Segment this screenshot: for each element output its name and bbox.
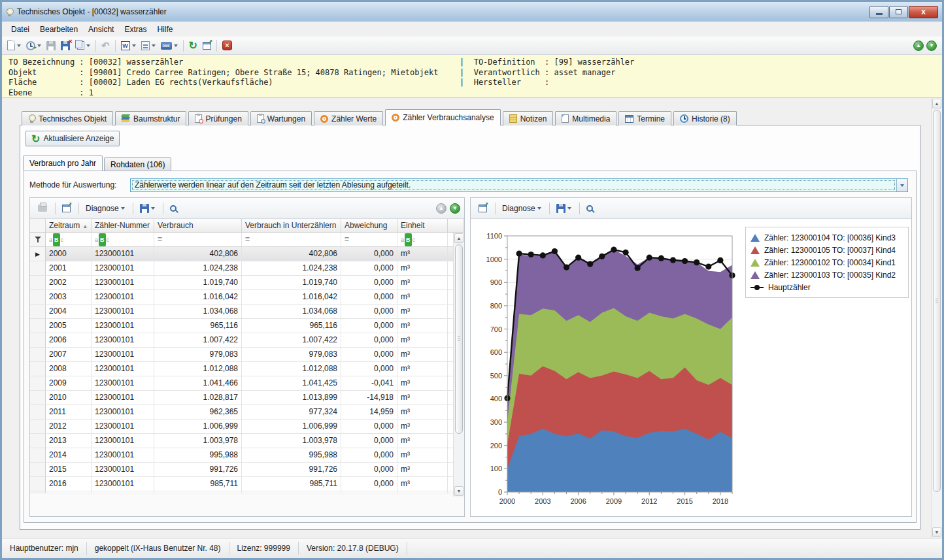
cell-einheit: m³ <box>397 391 448 404</box>
undo-button[interactable]: ↶ <box>99 39 112 53</box>
tab-technisches-objekt[interactable]: Technisches Objekt <box>22 111 113 125</box>
cell-zeitraum: 2006 <box>46 333 92 347</box>
filter-cell-verbrauch[interactable]: = <box>154 233 242 246</box>
tab-prüfungen[interactable]: Prüfungen <box>188 111 248 125</box>
table-row-2010[interactable]: 20101230001011.028,8171.013,899-14,918m³ <box>30 391 464 405</box>
tab-wartungen[interactable]: Wartungen <box>250 111 312 125</box>
subtab-verbrauch-pro-jahr[interactable]: Verbrauch pro Jahr <box>23 156 103 171</box>
row-indicator <box>30 463 46 476</box>
new-document-button[interactable] <box>5 39 23 53</box>
filter-cell-verbrauch-in-unterzählern[interactable]: = <box>242 233 341 246</box>
menu-extras[interactable]: Extras <box>119 23 152 36</box>
refresh-view-button[interactable]: ↻ Aktualisiere Anzeige <box>25 131 120 146</box>
save-discard-button[interactable]: × <box>59 39 72 53</box>
table-row-2015[interactable]: 2015123000101991,726991,7260,000m³ <box>30 463 464 477</box>
scroll-down-icon[interactable]: ▼ <box>932 527 941 537</box>
scroll-up-icon[interactable]: ▲ <box>932 99 941 108</box>
menu-bearbeiten[interactable]: Bearbeiten <box>35 23 83 36</box>
table-row-2016[interactable]: 2016123000101985,711985,7110,000m³ <box>30 477 464 491</box>
column-header-zeitraum[interactable]: Zeitraum▲ <box>46 219 92 232</box>
content-scrollbar[interactable]: ▲ ▼ <box>931 98 942 538</box>
filter-cell-zeitraum[interactable]: aBc <box>46 233 92 246</box>
tab-notizen[interactable]: Notizen <box>503 111 554 125</box>
menu-hilfe[interactable]: Hilfe <box>152 23 178 36</box>
diagnose-button[interactable]: Diagnose <box>82 201 129 216</box>
save-button[interactable] <box>44 39 58 53</box>
down-circle-icon[interactable]: ▼ <box>450 203 460 214</box>
save-layout-button[interactable] <box>552 201 575 216</box>
table-row-2009[interactable]: 20091230001011.041,4661.041,425-0,041m³ <box>30 376 464 391</box>
table-scrollbar-thumb[interactable] <box>455 244 463 434</box>
menu-datei[interactable]: Datei <box>6 23 35 36</box>
table-row-2013[interactable]: 20131230001011.003,9781.003,9780,000m³ <box>30 434 464 448</box>
column-header-verbrauch-in-unterzählern[interactable]: Verbrauch in Unterzählern <box>242 219 341 232</box>
column-header-verbrauch[interactable]: Verbrauch <box>154 219 242 232</box>
detach-window-button[interactable] <box>58 201 75 216</box>
print-button[interactable] <box>34 201 51 216</box>
cell-zähler-nummer: 123000101 <box>92 333 154 347</box>
cell-zeitraum: 2002 <box>46 276 92 289</box>
tab-multimedia[interactable]: Multimedia <box>555 111 616 125</box>
cell-einheit: m³ <box>397 405 448 419</box>
delete-button[interactable]: × <box>220 39 234 53</box>
table-row-2012[interactable]: 20121230001011.006,9991.006,9990,000m³ <box>30 420 464 434</box>
table-scrollbar[interactable]: ▲▼ <box>453 233 464 497</box>
column-header-einheit[interactable]: Einheit <box>397 219 448 232</box>
filter-cell-zähler-nummer[interactable]: aBc <box>92 233 154 246</box>
minimize-icon <box>876 13 883 15</box>
cell-einheit: m³ <box>397 434 448 448</box>
table-row-2002[interactable]: 20021230001011.019,7401.019,7400,000m³ <box>30 276 464 290</box>
scroll-down-icon[interactable]: ▼ <box>454 486 464 496</box>
cell-abweichung: 0,000 <box>341 477 397 491</box>
scroll-up-icon[interactable]: ▲ <box>454 233 464 243</box>
column-header-abweichung[interactable]: Abweichung <box>341 219 397 232</box>
content-scrollbar-thumb[interactable] <box>933 110 941 492</box>
detach-window-button[interactable] <box>475 201 491 216</box>
dms-button[interactable]: DMS <box>159 39 180 53</box>
table-row-2008[interactable]: 20081230001011.012,0881.012,0880,000m³ <box>30 362 464 376</box>
cell-zähler-nummer: 123000101 <box>92 362 154 376</box>
word-export-button[interactable]: W <box>119 39 138 53</box>
tab-zähler-verbrauchsanalyse[interactable]: Zähler Verbrauchsanalyse <box>385 109 500 125</box>
table-row-2004[interactable]: 20041230001011.034,0681.034,0680,000m³ <box>30 305 464 319</box>
cell-verbrauch-in-unterzählern: 985,711 <box>242 477 341 491</box>
table-row-2000[interactable]: ▶2000123000101402,806402,8060,000m³ <box>30 247 464 261</box>
table-row-2011[interactable]: 2011123000101962,365977,32414,959m³ <box>30 405 464 420</box>
tab-historie-8[interactable]: Historie (8) <box>673 111 737 125</box>
tab-baumstruktur[interactable]: Baumstruktur <box>115 111 186 125</box>
cell-zeitraum: 2013 <box>46 434 92 448</box>
refresh-button[interactable]: ↻ <box>187 39 199 53</box>
filter-cell-abweichung[interactable]: = <box>341 233 397 246</box>
table-row-2006[interactable]: 20061230001011.007,4221.007,4220,000m³ <box>30 333 464 348</box>
diagnose-button[interactable]: Diagnose <box>498 201 545 216</box>
table-row-2003[interactable]: 20031230001011.016,0421.016,0420,000m³ <box>30 290 464 305</box>
methode-dropdown-button[interactable] <box>896 179 907 191</box>
list-report-button[interactable] <box>139 39 158 53</box>
table-row-2007[interactable]: 2007123000101979,083979,0830,000m³ <box>30 348 464 362</box>
menu-ansicht[interactable]: Ansicht <box>83 23 119 36</box>
filter-cell-einheit[interactable]: aBc <box>397 233 448 246</box>
search-button[interactable] <box>166 201 183 216</box>
restore-button[interactable] <box>889 6 908 18</box>
close-button[interactable]: x <box>909 6 938 18</box>
up-circle-icon[interactable]: ▲ <box>436 203 447 214</box>
minimize-button[interactable] <box>869 6 888 18</box>
cell-einheit: m³ <box>397 333 448 347</box>
row-indicator <box>30 420 46 433</box>
tab-zähler-werte[interactable]: Zähler Werte <box>314 111 383 125</box>
subtab-rohdaten-106[interactable]: Rohdaten (106) <box>104 157 171 171</box>
save-layout-button[interactable] <box>136 201 159 216</box>
nav-down-icon[interactable]: ▼ <box>926 41 937 51</box>
column-header-zähler-nummer[interactable]: Zähler-Nummer <box>92 219 154 232</box>
methode-combobox[interactable]: Zählerwerte werden linear auf den Zeitra… <box>130 178 908 192</box>
cell-einheit: m³ <box>397 420 448 433</box>
detach-window-button[interactable] <box>201 39 213 53</box>
copy-button[interactable] <box>73 39 92 53</box>
history-clock-button[interactable]: + <box>24 39 43 53</box>
table-row-2001[interactable]: 20011230001011.024,2381.024,2380,000m³ <box>30 261 464 276</box>
table-row-2005[interactable]: 2005123000101965,116965,1160,000m³ <box>30 319 464 333</box>
nav-up-icon[interactable]: ▲ <box>913 41 924 51</box>
search-button[interactable] <box>582 201 599 216</box>
table-row-2014[interactable]: 2014123000101995,988995,9880,000m³ <box>30 448 464 463</box>
tab-termine[interactable]: Termine <box>618 111 671 125</box>
